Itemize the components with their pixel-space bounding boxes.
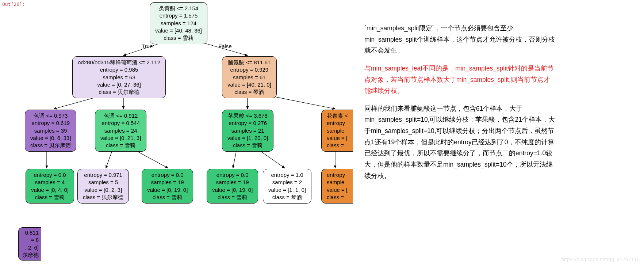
svg-line-9	[233, 150, 237, 168]
svg-line-8	[134, 150, 168, 168]
node-line: 脯氨酸 <= 811.61	[227, 59, 271, 66]
node-line: entropy = 0.619	[30, 119, 71, 127]
svg-line-5	[269, 96, 335, 109]
node-line: entropy = 1.0	[268, 171, 306, 179]
svg-line-7	[106, 150, 112, 168]
node-line: samples = 19	[212, 179, 253, 186]
node-line: value = [0, 19, 0]	[212, 186, 253, 194]
node-line: class = 琴酒	[268, 194, 306, 201]
node-line: samples = 19	[147, 179, 188, 186]
node-line: value = [0, 21, 3]	[100, 134, 141, 142]
node-line: class = 贝尔摩德	[83, 194, 123, 201]
edge-label-false: False	[218, 43, 232, 49]
node-line: class = 雪莉	[227, 142, 268, 149]
node-line: entropy = 0.929	[227, 66, 271, 73]
node-line: samples = 124	[155, 20, 202, 27]
tree-node-root: 类黄酮 <= 2.154 entropy = 1.575 samples = 1…	[150, 2, 207, 44]
node-line: 色调 <= 0.912	[100, 112, 141, 119]
node-line: class = 雪莉	[155, 34, 202, 42]
output-label: Out[20]:	[2, 1, 25, 7]
tree-node-clipped: 花青素 < entropy sample value = [ class =	[321, 110, 353, 152]
tree-leaf: entropy = 0.0 samples = 19 value = [0, 1…	[142, 169, 193, 204]
node-line: class = 雪莉	[100, 142, 141, 149]
edge-label-true: True	[142, 43, 153, 49]
node-line: entropy = 0.0	[31, 171, 69, 179]
node-line: entropy	[327, 171, 348, 179]
node-line: samples = 61	[227, 74, 271, 81]
tree-leaf-clipped: entropy sample value = [ class =	[321, 169, 353, 204]
node-line: 色调 <= 0.973	[30, 112, 71, 119]
node-line: value = [0, 6, 33]	[30, 134, 71, 142]
node-line: value = [40, 21, 0]	[227, 81, 271, 88]
node-line: samples = 5	[83, 179, 123, 186]
node-line: value = [40, 48, 36]	[155, 27, 202, 34]
paragraph: `min_samples_split限定`，一个节点必须要包含至少min_sam…	[364, 23, 556, 56]
node-line: samples = 63	[78, 74, 160, 81]
node-line: value = [1, 1, 0]	[268, 186, 306, 194]
node-line: entropy = 1.575	[155, 12, 202, 19]
node-line: 苹果酸 <= 3.678	[227, 112, 268, 119]
tree-leaf: entropy = 1.0 samples = 2 value = [1, 1,…	[263, 169, 311, 204]
node-line: class = 雪莉	[31, 194, 69, 201]
tree-node: 脯氨酸 <= 811.61 entropy = 0.929 samples = …	[222, 56, 277, 98]
decision-tree-diagram: 类黄酮 <= 2.154 entropy = 1.575 samples = 1…	[29, 0, 350, 266]
node-line: class = 雪莉	[212, 194, 253, 201]
paragraph-highlighted: 与min_samples_leaf不同的是，min_samples_split针…	[364, 63, 556, 96]
node-line: class = 雪莉	[147, 194, 188, 201]
tree-node: od280/od315稀释葡萄酒 <= 2.112 entropy = 0.98…	[72, 56, 166, 98]
node-line: samples = 24	[100, 127, 141, 134]
tree-node: 苹果酸 <= 3.678 entropy = 0.276 samples = 2…	[222, 110, 273, 152]
watermark: https://blog.csdn.net/qq_45797116	[561, 256, 640, 262]
node-line: entropy	[327, 119, 348, 127]
tree-leaf: entropy = 0.0 samples = 19 value = [0, 1…	[207, 169, 258, 204]
node-line: value = [0, 4, 0]	[31, 186, 69, 194]
node-line: , 2, 6]	[22, 244, 39, 251]
tree-node-fragment: 0.811 = 8 , 2, 6] 尔摩德	[18, 227, 41, 261]
node-line: 类黄酮 <= 2.154	[155, 5, 202, 12]
node-line: entropy = 0.276	[227, 119, 268, 127]
node-line: value = [1, 20, 0]	[227, 134, 268, 142]
node-line: samples = 2	[268, 179, 306, 186]
node-line: sample	[327, 127, 348, 134]
tree-node: 色调 <= 0.912 entropy = 0.544 samples = 24…	[95, 110, 146, 152]
node-line: value = [	[327, 134, 348, 142]
node-line: 尔摩德	[22, 251, 39, 259]
node-line: entropy = 0.0	[147, 171, 188, 179]
node-line: class =	[327, 194, 348, 201]
node-line: od280/od315稀释葡萄酒 <= 2.112	[78, 59, 160, 66]
node-line: class = 贝尔摩德	[78, 88, 160, 96]
node-line: value = [	[327, 186, 348, 194]
node-line: entropy = 0.544	[100, 119, 141, 127]
node-line: 花青素 <	[327, 112, 348, 119]
node-line: = 8	[22, 236, 39, 244]
node-line: entropy = 0.971	[83, 171, 123, 179]
node-line: samples = 4	[31, 179, 69, 186]
node-line: sample	[327, 179, 348, 186]
node-line: class = 贝尔摩德	[30, 142, 71, 149]
tree-leaf: entropy = 0.0 samples = 4 value = [0, 4,…	[26, 169, 74, 204]
node-line: value = [0, 27, 36]	[78, 81, 160, 88]
explanation-text: `min_samples_split限定`，一个节点必须要包含至少min_sam…	[364, 23, 556, 188]
node-line: class =	[327, 142, 348, 149]
svg-line-10	[258, 150, 285, 168]
node-line: value = [0, 2, 3]	[83, 186, 123, 194]
node-line: samples = 39	[30, 127, 71, 134]
node-line: value = [0, 19, 0]	[147, 186, 188, 194]
node-line: class = 琴酒	[227, 88, 271, 96]
paragraph: 同样的我们来看脯氨酸这一节点，包含61个样本，大于min_samples_spl…	[364, 103, 556, 181]
node-line: entropy = 0.985	[78, 66, 160, 73]
node-line: 0.811	[22, 229, 39, 236]
tree-leaf: entropy = 0.971 samples = 5 value = [0, …	[77, 169, 129, 204]
node-line: entropy = 0.0	[212, 171, 253, 179]
node-line: samples = 21	[227, 127, 268, 134]
tree-node: 色调 <= 0.973 entropy = 0.619 samples = 39…	[25, 110, 76, 152]
